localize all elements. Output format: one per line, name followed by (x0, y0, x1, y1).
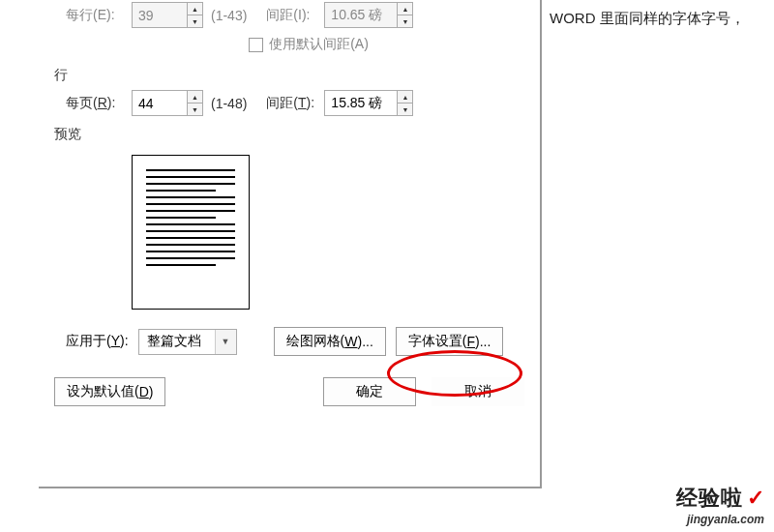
chevron-up-icon[interactable]: ▲ (188, 91, 202, 103)
chevron-down-icon[interactable]: ▼ (398, 15, 412, 27)
per-line-label: 每行(E): (66, 7, 126, 24)
spacing-t-spinner[interactable]: ▲▼ (324, 90, 413, 116)
per-page-spinner[interactable]: ▲▼ (132, 90, 203, 116)
cancel-button[interactable]: 取消 (432, 377, 524, 406)
per-page-label: 每页(R): (66, 95, 126, 112)
preview-title: 预览 (39, 124, 540, 149)
per-line-spinner[interactable]: ▲▼ (132, 2, 203, 28)
spacing-t-label: 间距(T): (266, 95, 318, 112)
check-icon: ✓ (747, 486, 764, 510)
spinner-buttons[interactable]: ▲▼ (187, 3, 202, 27)
watermark-url: jingyanla.com (676, 513, 764, 526)
spacing-i-input[interactable] (325, 3, 397, 27)
per-line-row: 每行(E): ▲▼ (1-43) 间距(I): ▲▼ (39, 2, 540, 28)
footer-row: 应用于(Y): ▼ 绘图网格(W)... 字体设置(F)... (39, 310, 540, 356)
set-default-button[interactable]: 设为默认值(D) (54, 377, 165, 406)
bottom-bar: 设为默认值(D) 确定 取消 (39, 356, 540, 406)
per-page-hint: (1-48) (211, 96, 247, 111)
per-line-hint: (1-43) (211, 8, 247, 23)
chevron-down-icon[interactable]: ▼ (188, 15, 202, 27)
default-spacing-checkbox[interactable] (249, 38, 263, 52)
per-page-input[interactable] (133, 91, 187, 115)
spinner-buttons[interactable]: ▲▼ (397, 3, 412, 27)
font-settings-button[interactable]: 字体设置(F)... (396, 327, 504, 356)
per-page-row: 每页(R): ▲▼ (1-48) 间距(T): ▲▼ (39, 90, 540, 116)
chevron-down-icon[interactable]: ▼ (215, 330, 236, 354)
watermark: 经验啦✓ jingyanla.com (676, 484, 764, 526)
chevron-up-icon[interactable]: ▲ (398, 3, 412, 15)
default-spacing-label: 使用默认间距(A) (269, 36, 369, 53)
spacing-i-label: 间距(I): (266, 7, 318, 24)
section-row: 行 (39, 65, 540, 90)
spinner-buttons[interactable]: ▲▼ (187, 91, 202, 115)
drawing-grid-button[interactable]: 绘图网格(W)... (274, 327, 386, 356)
apply-to-input[interactable] (139, 332, 215, 351)
per-line-input[interactable] (133, 3, 187, 27)
chevron-up-icon[interactable]: ▲ (188, 3, 202, 15)
apply-to-label: 应用于(Y): (66, 333, 129, 350)
watermark-brand: 经验啦 (676, 486, 743, 510)
caption-text: WORD 里面同样的字体字号， (550, 10, 745, 28)
spacing-i-spinner[interactable]: ▲▼ (324, 2, 413, 28)
preview-box (132, 155, 250, 310)
apply-to-combo[interactable]: ▼ (138, 329, 237, 355)
page-setup-dialog: 每行(E): ▲▼ (1-43) 间距(I): ▲▼ 使用默认间距(A) 行 每… (39, 0, 542, 488)
chevron-down-icon[interactable]: ▼ (398, 103, 412, 115)
spinner-buttons[interactable]: ▲▼ (397, 91, 412, 115)
spacing-t-input[interactable] (325, 91, 397, 115)
chevron-down-icon[interactable]: ▼ (188, 103, 202, 115)
chevron-up-icon[interactable]: ▲ (398, 91, 412, 103)
default-spacing-row: 使用默认间距(A) (39, 36, 540, 53)
ok-button[interactable]: 确定 (323, 377, 416, 406)
